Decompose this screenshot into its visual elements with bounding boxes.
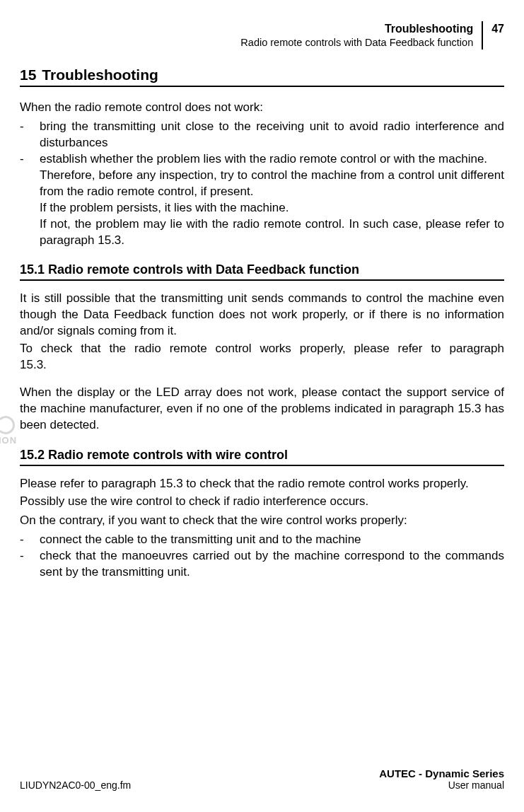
footer-right-block: AUTEC - Dynamic Series User manual	[379, 767, 504, 791]
list-content: connect the cable to the transmitting un…	[40, 532, 504, 548]
list-continuation: Therefore, before any inspection, try to…	[40, 168, 504, 200]
footer-filename: LIUDYN2AC0-00_eng.fm	[20, 779, 131, 791]
subsection-heading-1: 15.1 Radio remote controls with Data Fee…	[20, 262, 504, 281]
page-number: 47	[483, 21, 504, 35]
paragraph: To check that the radio remote control w…	[20, 341, 504, 373]
list-content: establish whether the problem lies with …	[40, 151, 504, 168]
list-bullet: -	[20, 119, 40, 151]
paragraph: Please refer to paragraph 15.3 to check …	[20, 476, 504, 492]
header-text-block: Troubleshooting Radio remote controls wi…	[240, 21, 483, 50]
paragraph: On the contrary, if you want to check th…	[20, 513, 504, 529]
troubleshoot-list: - bring the transmitting unit close to t…	[20, 119, 504, 249]
list-content: check that the manoeuvres carried out by…	[40, 548, 504, 581]
footer-manual: User manual	[379, 779, 504, 791]
wire-control-list: - connect the cable to the transmitting …	[20, 532, 504, 581]
list-bullet: -	[20, 532, 40, 548]
subsection-heading-2: 15.2 Radio remote controls with wire con…	[20, 448, 504, 466]
page-header: Troubleshooting Radio remote controls wi…	[20, 21, 504, 50]
list-bullet: -	[20, 151, 40, 168]
paragraph: It is still possible that the transmitti…	[20, 291, 504, 340]
watermark-text: ION	[0, 435, 17, 446]
section-number: 15	[20, 66, 36, 83]
page-footer: LIUDYN2AC0-00_eng.fm AUTEC - Dynamic Ser…	[20, 767, 504, 791]
list-content: bring the transmitting unit close to the…	[40, 119, 504, 151]
list-bullet: -	[20, 548, 40, 581]
paragraph: When the display or the LED array does n…	[20, 385, 504, 434]
paragraph: Possibly use the wire control to check i…	[20, 494, 504, 510]
header-title: Troubleshooting	[240, 23, 473, 35]
list-continuation: If not, the problem may lie with the rad…	[40, 216, 504, 249]
section-heading: 15 Troubleshooting	[20, 66, 504, 87]
section-title: Troubleshooting	[42, 66, 158, 83]
list-item: - connect the cable to the transmitting …	[20, 532, 504, 548]
list-item: - establish whether the problem lies wit…	[20, 151, 504, 168]
header-subtitle: Radio remote controls with Data Feedback…	[240, 37, 473, 48]
list-continuation: If the problem persists, it lies with th…	[40, 200, 504, 216]
watermark-circle-icon	[0, 416, 15, 434]
list-item: - bring the transmitting unit close to t…	[20, 119, 504, 151]
list-item: - check that the manoeuvres carried out …	[20, 548, 504, 581]
intro-text: When the radio remote control does not w…	[20, 100, 504, 116]
footer-series: AUTEC - Dynamic Series	[379, 767, 504, 779]
